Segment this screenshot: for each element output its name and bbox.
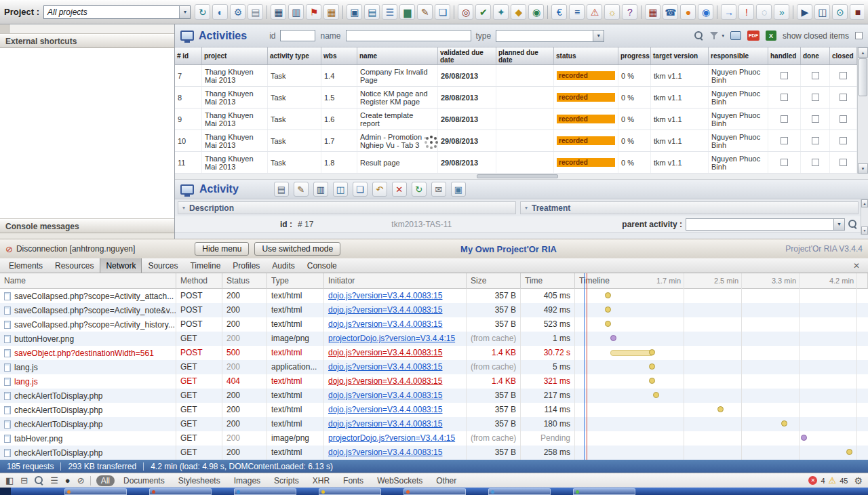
filter-all[interactable]: All [96,475,115,486]
treatment-panel-header[interactable]: ▾ Treatment [520,201,859,214]
parent-activity-combobox[interactable]: ▼ [686,218,845,231]
table-row[interactable]: 7Thang Khuyen Mai 2013Task1.4Company Fix… [175,65,857,87]
export-icon[interactable]: ◫ [333,182,348,197]
play-icon[interactable]: ▶ [797,4,812,20]
chevron-down-icon[interactable]: ▼ [179,6,190,18]
display-icon[interactable] [730,31,741,40]
network-request-row[interactable]: lang.jsGET404text/htmldojo.js?version=V3… [0,374,868,389]
network-request-row[interactable]: buttonHover.pngGET200image/pngprojectorD… [0,332,868,346]
calendar-icon[interactable]: ▦ [323,4,339,20]
checkbox[interactable] [840,137,847,144]
network-column-header[interactable]: Status [222,273,267,289]
network-request-row[interactable]: checkAlertToDisplay.phpGET200text/htmldo… [0,417,868,431]
clear-icon[interactable]: ⊘ [77,475,85,486]
risk-icon[interactable]: ⚠ [587,4,602,20]
resource-icon[interactable]: ❏ [435,4,450,20]
forward-icon[interactable]: → [721,4,736,20]
budget-icon[interactable]: € [551,4,567,20]
record-icon[interactable]: ● [65,475,71,486]
print-icon[interactable]: ▥ [288,4,304,20]
taskbar-window-button[interactable] [488,488,551,495]
checkbox[interactable] [812,94,819,101]
table-row[interactable]: 9Thang Khuyen Mai 2013Task1.6Create temp… [175,108,857,130]
column-header[interactable]: planned due date [496,47,554,64]
sidebar-scrollbar[interactable] [0,24,174,34]
error-count[interactable]: 4 [821,477,825,485]
column-header[interactable]: activity type [268,47,321,64]
scrollbar-thumb[interactable] [477,174,558,178]
meeting-icon[interactable]: ▦ [645,4,660,20]
duplicate-icon[interactable]: ▣ [451,182,466,197]
desktop-icon[interactable]: ▦ [271,4,286,20]
search-icon[interactable] [694,31,703,40]
tab-profiles[interactable]: Profiles [226,258,266,273]
initiator-link[interactable]: dojo.js?version=V3.4.4.0083:15 [328,405,442,414]
info-icon[interactable]: ◉ [698,4,713,20]
scroll-up-icon[interactable]: ▲ [861,199,868,207]
network-request-row[interactable]: tabHover.pngGET200image/pngprojectorDojo… [0,431,868,446]
switch-mode-button[interactable]: Use switched mode [254,242,340,256]
initiator-link[interactable]: dojo.js?version=V3.4.4.0083:15 [328,448,442,457]
checklist-icon[interactable]: ☰ [382,4,397,20]
filter-fonts[interactable]: Fonts [338,475,368,486]
network-request-row[interactable]: saveCollapsed.php?scope=Activity_attach.… [0,289,868,303]
warning-icon[interactable]: ⚠ [829,475,837,486]
search-parent-icon[interactable] [848,220,857,229]
checkbox[interactable] [781,137,788,144]
table-horizontal-scrollbar[interactable] [175,174,868,180]
mail-icon[interactable]: ✉ [431,182,446,197]
target-icon[interactable]: ◎ [458,4,473,20]
view-list-icon[interactable]: ☰ [50,475,58,486]
filter-icon[interactable] [709,31,719,40]
filter-xhr[interactable]: XHR [308,475,334,486]
tab-console[interactable]: Console [301,258,343,273]
network-column-header[interactable]: Size [467,273,521,289]
tab-sources[interactable]: Sources [142,258,184,273]
idea-icon[interactable]: ☼ [604,4,620,20]
phone-icon[interactable]: ☎ [663,4,678,20]
column-header[interactable]: progress [618,47,651,64]
table-row[interactable]: 11Thang Khuyen Mai 2013Task1.8Result pag… [175,152,857,174]
checkbox[interactable] [781,115,788,123]
network-column-header[interactable]: Initiator [324,273,467,289]
checkbox[interactable] [840,94,847,101]
network-request-row[interactable]: checkAlertToDisplay.phpGET200text/htmldo… [0,403,868,417]
console-messages-header[interactable]: Console messages [0,219,174,233]
taskbar-window-button[interactable] [573,488,635,495]
project-dropdown[interactable]: All projects ▼ [43,5,191,19]
chevron-down-icon[interactable]: ▼ [593,31,604,41]
checkbox[interactable] [840,159,847,166]
stop-icon[interactable]: ■ [850,4,864,20]
checkbox[interactable] [812,115,819,123]
flag-icon[interactable]: ⚑ [306,4,321,20]
network-request-row[interactable]: saveCollapsed.php?scope=Activity_note&v.… [0,303,868,317]
error-icon[interactable]: ✕ [808,476,817,485]
column-header[interactable]: name [357,47,438,64]
detail-scrollbar[interactable]: ▲ ▼ [861,199,868,235]
show-closed-checkbox[interactable] [855,32,863,39]
globe-icon[interactable]: ◉ [528,4,544,20]
network-request-row[interactable]: checkAlertToDisplay.phpGET200text/htmldo… [0,389,868,403]
checkbox[interactable] [781,94,788,101]
pause-icon[interactable]: ◫ [814,4,830,20]
question-icon[interactable]: ? [622,4,637,20]
tab-audits[interactable]: Audits [266,258,300,273]
milestone-icon[interactable]: ◆ [511,4,526,20]
initiator-link[interactable]: dojo.js?version=V3.4.4.0083:15 [328,376,442,386]
copy-icon[interactable]: ❏ [353,182,368,197]
scroll-down-icon[interactable]: ▼ [858,163,868,174]
initiator-link[interactable]: dojo.js?version=V3.4.4.0083:15 [328,419,442,429]
team-icon[interactable]: ✦ [493,4,509,20]
checkbox[interactable] [781,159,788,166]
next-icon[interactable]: » [774,4,789,20]
initiator-link[interactable]: projectorDojo.js?version=V3.4.4:15 [328,334,455,343]
filter-id-input[interactable] [280,30,315,41]
filter-images[interactable]: Images [229,475,265,486]
filter-websockets[interactable]: WebSockets [372,475,427,486]
settings-icon[interactable]: ⚙ [230,4,245,20]
report-icon[interactable]: ▤ [364,4,380,20]
search-small-icon[interactable]: ◌ [756,4,772,20]
tab-timeline[interactable]: Timeline [184,258,226,273]
filter-other[interactable]: Other [431,475,461,486]
table-scrollbar[interactable]: ▲ ▼ [857,47,868,174]
